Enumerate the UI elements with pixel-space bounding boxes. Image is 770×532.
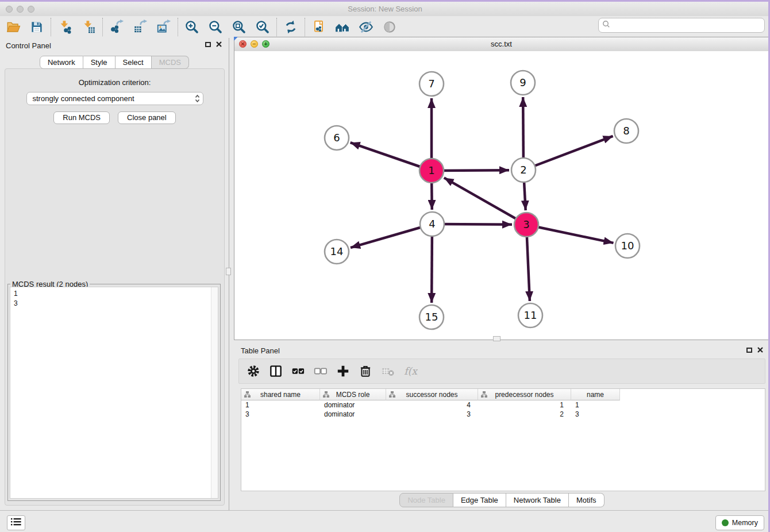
save-session-icon[interactable] bbox=[29, 20, 44, 34]
table-cell[interactable]: 1 bbox=[478, 400, 571, 410]
graph-node-7[interactable]: 7 bbox=[419, 72, 444, 96]
graph-edge-3-1[interactable] bbox=[444, 178, 526, 225]
graph-node-6[interactable]: 6 bbox=[325, 126, 349, 150]
table-cell[interactable]: 1 bbox=[571, 400, 620, 410]
import-table-icon[interactable] bbox=[81, 20, 96, 34]
table-cell[interactable]: 3 bbox=[571, 410, 620, 419]
graph-node-4[interactable]: 4 bbox=[420, 212, 444, 236]
run-mcds-button[interactable]: Run MCDS bbox=[53, 111, 110, 124]
svg-text:8: 8 bbox=[623, 125, 629, 137]
table-header-row: shared nameMCDS rolesuccessor nodesprede… bbox=[241, 389, 765, 400]
network-frame-titlebar: ✕ − + scc.txt bbox=[234, 37, 768, 52]
export-image-icon[interactable] bbox=[156, 20, 171, 34]
search-icon bbox=[602, 20, 610, 30]
column-header-name[interactable]: name bbox=[571, 389, 620, 400]
network-graph: 7968124314101511 bbox=[234, 51, 768, 340]
table-cell[interactable]: 4 bbox=[386, 400, 478, 410]
main-toolbar bbox=[0, 16, 770, 38]
table-cell[interactable]: dominator bbox=[320, 410, 386, 419]
table-cell[interactable]: 3 bbox=[386, 410, 478, 419]
table-cell[interactable]: 3 bbox=[241, 410, 320, 419]
table-row[interactable]: 1dominator411 bbox=[241, 400, 765, 410]
tab-select[interactable]: Select bbox=[116, 56, 152, 69]
node-table: shared nameMCDS rolesuccessor nodesprede… bbox=[241, 388, 765, 491]
graph-node-10[interactable]: 10 bbox=[615, 234, 640, 258]
graph-node-9[interactable]: 9 bbox=[511, 71, 535, 95]
column-label: predecessor nodes bbox=[495, 391, 553, 399]
float-table-panel-icon[interactable] bbox=[746, 348, 752, 353]
table-cell[interactable]: dominator bbox=[320, 400, 386, 410]
column-header-shared-name[interactable]: shared name bbox=[241, 389, 320, 400]
tab-style[interactable]: Style bbox=[83, 56, 116, 69]
graph-node-2[interactable]: 2 bbox=[511, 158, 536, 182]
vertical-splitter-handle[interactable] bbox=[226, 268, 231, 275]
network-canvas[interactable]: 7968124314101511 bbox=[234, 51, 768, 340]
tab-mcds[interactable]: MCDS bbox=[152, 56, 189, 69]
hide-eye-icon[interactable] bbox=[359, 20, 374, 34]
column-header-successor-nodes[interactable]: successor nodes bbox=[386, 389, 478, 400]
mcds-result-item[interactable]: 3 bbox=[10, 299, 218, 309]
frame-close-icon[interactable]: ✕ bbox=[239, 40, 247, 48]
mcds-panel: Optimization criterion: strongly connect… bbox=[5, 68, 225, 506]
add-column-icon[interactable] bbox=[336, 364, 351, 379]
horizontal-splitter-handle[interactable] bbox=[493, 336, 500, 341]
graph-edge-1-6[interactable] bbox=[351, 142, 432, 171]
graph-edge-3-10[interactable] bbox=[526, 225, 614, 243]
mcds-result-item[interactable]: 1 bbox=[10, 287, 218, 299]
graph-node-11[interactable]: 11 bbox=[518, 303, 542, 327]
import-network-icon[interactable] bbox=[57, 20, 72, 34]
deselect-all-rows-icon[interactable] bbox=[313, 364, 328, 379]
export-network-icon[interactable] bbox=[109, 20, 124, 34]
table-cell[interactable]: 2 bbox=[478, 410, 571, 419]
mcds-result-group: MCDS result (2 nodes) 13 bbox=[7, 284, 221, 501]
frame-minimize-icon[interactable]: − bbox=[251, 40, 258, 48]
column-layout-icon[interactable] bbox=[268, 364, 283, 379]
memory-status-icon bbox=[722, 519, 729, 526]
search-input[interactable] bbox=[613, 21, 761, 30]
zoom-out-icon[interactable] bbox=[208, 20, 223, 34]
tab-network-table[interactable]: Network Table bbox=[506, 493, 569, 507]
table-cell[interactable]: 1 bbox=[241, 400, 320, 410]
export-table-icon[interactable] bbox=[133, 20, 148, 34]
mcds-result-list[interactable]: 13 bbox=[10, 287, 218, 499]
zoom-selected-icon[interactable] bbox=[255, 20, 270, 34]
memory-button[interactable]: Memory bbox=[715, 515, 764, 530]
graph-node-8[interactable]: 8 bbox=[614, 119, 638, 143]
tab-edge-table[interactable]: Edge Table bbox=[453, 493, 506, 507]
search-field[interactable] bbox=[598, 18, 765, 33]
tab-motifs[interactable]: Motifs bbox=[569, 493, 605, 507]
table-row[interactable]: 3dominator323 bbox=[241, 410, 765, 419]
tab-network[interactable]: Network bbox=[40, 56, 83, 69]
close-table-panel-icon[interactable] bbox=[757, 347, 763, 353]
main-titlebar: Session: New Session bbox=[0, 2, 770, 17]
graph-node-3[interactable]: 3 bbox=[514, 213, 538, 237]
criterion-dropdown[interactable]: strongly connected component bbox=[26, 92, 203, 105]
home-icon[interactable] bbox=[335, 20, 350, 34]
table-settings-icon[interactable] bbox=[246, 364, 261, 379]
graph-node-15[interactable]: 15 bbox=[419, 305, 444, 329]
graph-node-1[interactable]: 1 bbox=[419, 159, 444, 183]
clone-network-icon[interactable] bbox=[311, 20, 326, 34]
graph-node-14[interactable]: 14 bbox=[325, 240, 349, 264]
apply-layout-icon[interactable] bbox=[283, 20, 298, 34]
task-history-button[interactable] bbox=[7, 515, 25, 530]
float-panel-icon[interactable] bbox=[205, 42, 211, 47]
svg-text:15: 15 bbox=[425, 311, 438, 323]
toolbar-separator bbox=[305, 18, 305, 36]
column-header-MCDS-role[interactable]: MCDS role bbox=[320, 389, 386, 400]
toolbar-separator bbox=[51, 18, 51, 36]
tab-node-table[interactable]: Node Table bbox=[399, 493, 453, 507]
select-all-rows-icon[interactable] bbox=[291, 364, 306, 379]
close-panel-icon[interactable] bbox=[216, 41, 222, 47]
graph-edge-2-8[interactable] bbox=[523, 136, 613, 170]
result-scrollbar[interactable] bbox=[211, 287, 218, 498]
open-file-icon[interactable] bbox=[6, 20, 21, 34]
frame-maximize-icon[interactable]: + bbox=[262, 40, 270, 48]
column-label: successor nodes bbox=[406, 391, 457, 399]
column-header-predecessor-nodes[interactable]: predecessor nodes bbox=[478, 389, 571, 400]
application-window: Session: New Session Control Panel Netwo… bbox=[0, 0, 770, 532]
zoom-fit-icon[interactable] bbox=[232, 20, 247, 34]
close-panel-button[interactable]: Close panel bbox=[118, 111, 176, 124]
delete-column-icon[interactable] bbox=[358, 364, 373, 379]
zoom-in-icon[interactable] bbox=[184, 20, 199, 34]
